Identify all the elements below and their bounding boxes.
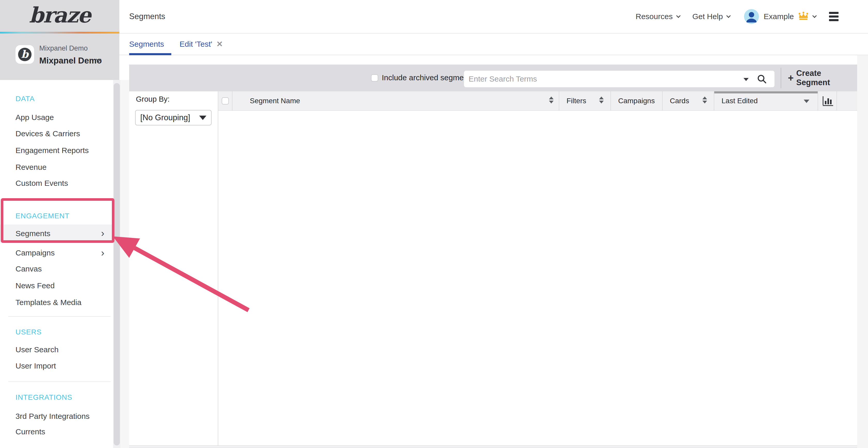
close-icon[interactable]: ✕ xyxy=(216,34,223,55)
search-input[interactable] xyxy=(464,71,774,87)
workspace-monogram: b xyxy=(18,48,32,61)
braze-logo: braze xyxy=(0,3,119,27)
sort-desc-caret-icon[interactable] xyxy=(804,100,809,103)
resources-menu[interactable]: Resources xyxy=(636,12,680,21)
sidebar-item-canvas[interactable]: Canvas xyxy=(0,261,113,277)
group-by-dropdown[interactable]: [No Grouping] xyxy=(135,110,212,126)
sidebar-item-3rd-party-integrations[interactable]: 3rd Party Integrations xyxy=(0,408,113,424)
sidebar-header: braze b Mixpanel Demo Mixpanel Demo xyxy=(0,0,119,80)
column-cards[interactable]: Cards xyxy=(663,91,714,111)
sidebar-content-gap xyxy=(120,80,129,448)
sidebar-item-user-search[interactable]: User Search xyxy=(0,342,113,358)
chevron-down-icon xyxy=(676,14,680,18)
sidebar-section-users: USERS xyxy=(0,324,113,340)
tab-segments[interactable]: Segments xyxy=(129,34,164,55)
sidebar-item-segments[interactable]: Segments › xyxy=(0,225,113,242)
sidebar-item-templates-media[interactable]: Templates & Media xyxy=(0,295,113,310)
bar-chart-icon xyxy=(822,96,834,107)
sidebar-item-currents[interactable]: Currents xyxy=(0,424,113,440)
column-campaigns[interactable]: Campaigns xyxy=(611,91,663,111)
sort-icon[interactable] xyxy=(599,97,604,103)
table-body-empty xyxy=(218,111,857,445)
chevron-down-icon xyxy=(726,14,731,18)
user-menu[interactable]: Example xyxy=(744,9,816,24)
sidebar-divider xyxy=(8,316,111,317)
search-icon[interactable] xyxy=(757,74,767,84)
sidebar-scrollbar-thumb[interactable] xyxy=(114,83,120,445)
sidebar-item-custom-events[interactable]: Custom Events xyxy=(0,175,113,191)
select-all-checkbox[interactable] xyxy=(222,97,229,105)
search-box xyxy=(464,71,774,87)
column-analytics[interactable] xyxy=(818,91,837,111)
plus-icon: + xyxy=(788,72,794,83)
sidebar-section-data: DATA xyxy=(0,91,113,107)
user-avatar-icon xyxy=(744,9,759,24)
include-archived-checkbox[interactable] xyxy=(371,74,378,81)
table-header: Segment Name Filters Campaigns Cards Las… xyxy=(218,91,857,111)
chevron-right-icon: › xyxy=(101,245,104,261)
hamburger-menu-button[interactable] xyxy=(829,12,839,21)
workspace-name: Mixpanel Demo xyxy=(39,56,102,66)
get-help-menu[interactable]: Get Help xyxy=(692,12,730,21)
content-right-gutter xyxy=(857,55,868,448)
crown-icon xyxy=(798,11,809,22)
filter-bar-divider xyxy=(781,68,781,88)
sort-icon[interactable] xyxy=(703,97,707,103)
sidebar-item-user-import[interactable]: User Import xyxy=(0,358,113,374)
sidebar-item-revenue[interactable]: Revenue xyxy=(0,159,113,175)
brand-gradient-divider xyxy=(0,32,119,34)
column-segment-name[interactable]: Segment Name xyxy=(232,91,559,111)
page-title: Segments xyxy=(129,0,165,33)
sidebar-section-integrations: INTEGRATIONS xyxy=(0,389,113,405)
sidebar-divider xyxy=(8,381,111,382)
tab-edit-test[interactable]: Edit 'Test' ✕ xyxy=(180,34,223,55)
active-tab-underline xyxy=(129,53,171,55)
group-by-value: [No Grouping] xyxy=(140,110,190,125)
column-spacer xyxy=(837,91,857,111)
search-dropdown-caret-icon[interactable] xyxy=(743,78,749,81)
segments-content: Group By: [No Grouping] Segment Name Fil… xyxy=(129,91,857,446)
hamburger-icon xyxy=(829,12,839,14)
segments-filter-bar: Include archived segments + Create Segme… xyxy=(129,65,857,91)
user-name: Example xyxy=(764,12,794,21)
sidebar-section-engagement: ENGAGEMENT xyxy=(0,208,113,224)
tabs-bar: Segments Edit 'Test' ✕ xyxy=(119,34,868,55)
sidebar-item-campaigns[interactable]: Campaigns › xyxy=(0,245,113,261)
sidebar-item-news-feed[interactable]: News Feed xyxy=(0,278,113,294)
workspace-switcher[interactable]: b Mixpanel Demo Mixpanel Demo xyxy=(0,41,119,72)
workspace-company-label: Mixpanel Demo xyxy=(39,44,88,53)
sort-icon[interactable] xyxy=(549,97,554,103)
content-bottom-edge xyxy=(129,446,857,448)
dropdown-caret-icon xyxy=(199,115,207,120)
column-last-edited[interactable]: Last Edited xyxy=(714,91,818,111)
chevron-down-icon xyxy=(812,14,817,18)
sidebar-item-engagement-reports[interactable]: Engagement Reports xyxy=(0,142,113,159)
sidebar-nav: DATA App Usage Devices & Carriers Engage… xyxy=(0,80,113,448)
group-by-label: Group By: xyxy=(136,95,170,103)
include-archived-label: Include archived segments xyxy=(382,73,474,82)
top-right-menu: Resources Get Help Example xyxy=(636,0,839,33)
column-filters[interactable]: Filters xyxy=(559,91,611,111)
select-all-cell xyxy=(218,91,232,111)
sidebar-scrollbar[interactable] xyxy=(113,80,120,448)
top-header: Segments Resources Get Help Example xyxy=(119,0,868,34)
chevron-right-icon: › xyxy=(101,225,104,242)
sidebar-item-app-usage[interactable]: App Usage xyxy=(0,109,113,126)
group-by-panel: Group By: [No Grouping] xyxy=(129,91,218,445)
workspace-avatar: b xyxy=(16,45,34,64)
create-segment-button[interactable]: + Create Segment xyxy=(788,65,857,91)
sidebar-item-devices-carriers[interactable]: Devices & Carriers xyxy=(0,126,113,142)
